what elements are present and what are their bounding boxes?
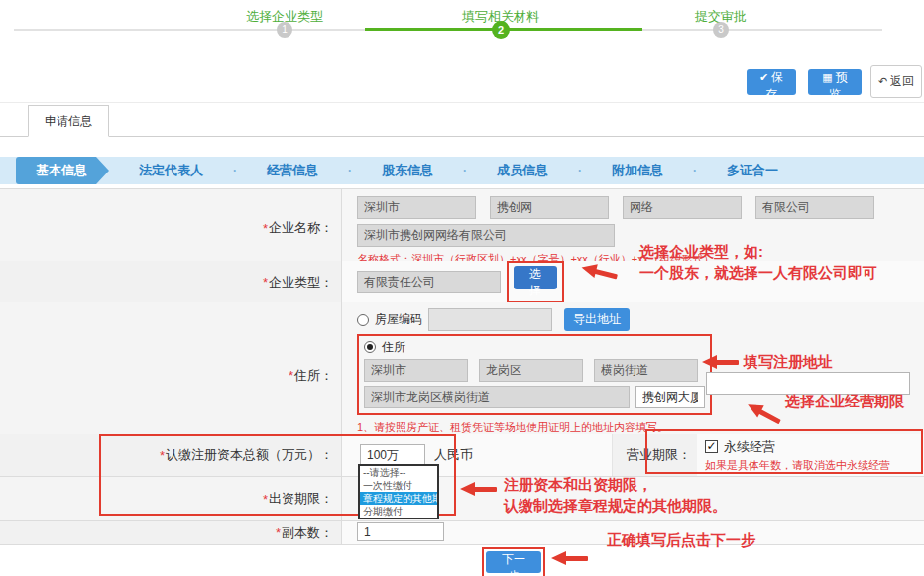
house-code-radio-label: 房屋编码 — [375, 311, 422, 328]
row-copies: * 副本数： — [0, 521, 924, 545]
annotation-company-type-1: 选择企业类型，如: — [639, 243, 763, 262]
address-label: * 住所： — [0, 302, 342, 448]
annotation-address: 填写注册地址 — [744, 353, 833, 372]
dropdown-option-per-charter-selected[interactable]: 章程规定的其他期限 — [360, 492, 437, 505]
nav-separator: · — [578, 164, 582, 177]
residence-radio-label: 住所 — [382, 339, 405, 356]
tab-strip: 申请信息 — [0, 104, 924, 137]
row-capital-term: * 认缴注册资本总额（万元）： 人民币 营业期限： ✓ 永续经营 如果是具体年数 — [0, 434, 924, 477]
row-company-name: * 企业名称： 名称格式：深圳市（行政区划）+xx（字号）+xx（行业）+xx（… — [0, 189, 924, 261]
name-part-industry-input[interactable] — [623, 196, 742, 219]
nav-separator: · — [463, 164, 467, 177]
house-code-radio[interactable] — [357, 314, 369, 326]
nav-item-basic-info[interactable]: 基本信息 — [16, 157, 109, 184]
business-registration-page: 选择企业类型 填写相关材料 提交审批 1 2 3 ✔保存 ▦预览 ↶返回 申请信… — [0, 0, 924, 576]
nav-separator: · — [348, 164, 352, 177]
copies-input[interactable] — [357, 522, 444, 541]
return-arrow-icon: ↶ — [878, 75, 887, 87]
contribution-deadline-label: * 出资期限： — [0, 477, 342, 520]
grid-icon: ▦ — [822, 71, 832, 83]
nav-item-business-info[interactable]: 经营信息 — [267, 162, 318, 179]
full-company-name-input[interactable] — [357, 224, 615, 247]
highlight-box-address: 住所 — [357, 334, 712, 415]
address-fields: 房屋编码 导出地址 住所 — [342, 302, 924, 448]
registered-capital-label: * 认缴注册资本总额（万元）： — [0, 434, 342, 476]
export-address-button[interactable]: 导出地址 — [564, 308, 630, 331]
red-arrow-next — [551, 551, 588, 565]
house-code-input[interactable] — [428, 308, 552, 331]
step-circle-2-active: 2 — [492, 21, 510, 39]
required-mark: * — [263, 221, 268, 236]
next-step-button[interactable]: 下一步 — [486, 551, 541, 573]
annotation-capital-2: 认缴制选择章程规定的其他期限。 — [504, 497, 727, 516]
address-combined-input[interactable] — [364, 386, 630, 408]
copies-label: * 副本数： — [0, 521, 342, 544]
dropdown-option-lump-sum[interactable]: 一次性缴付 — [360, 479, 437, 492]
step-circle-1: 1 — [277, 22, 292, 38]
dropdown-option-installments[interactable]: 分期缴付 — [360, 505, 437, 518]
address-city-input[interactable] — [364, 359, 468, 382]
address-detail-input[interactable] — [635, 386, 705, 408]
highlight-box-select-button: 选择 — [507, 261, 564, 303]
company-type-label: * 企业类型： — [0, 261, 342, 303]
address-district-input[interactable] — [479, 359, 583, 382]
business-term-cell: ✓ 永续经营 如果是具体年数，请取消选中永续经营 — [697, 434, 924, 476]
nav-item-legal-representative[interactable]: 法定代表人 — [139, 162, 203, 179]
annotation-capital-1: 注册资本和出资期限， — [504, 476, 652, 495]
address-street-input[interactable] — [594, 359, 698, 382]
name-part-brand-input[interactable] — [490, 196, 609, 219]
dropdown-option-placeholder[interactable]: --请选择-- — [360, 466, 437, 479]
red-arrow-address — [702, 355, 739, 369]
company-name-fields: 名称格式：深圳市（行政区划）+xx（字号）+xx（行业）+xx（组织形式） — [342, 189, 924, 267]
address-extra-input[interactable] — [706, 372, 910, 395]
business-term-note: 如果是具体年数，请取消选中永续经营 — [705, 458, 924, 473]
back-button[interactable]: ↶返回 — [870, 65, 922, 98]
red-arrow-capital — [460, 482, 497, 496]
section-nav: 基本信息 法定代表人 · 经营信息 · 股东信息 · 成员信息 · 附加信息 ·… — [0, 157, 924, 184]
select-type-button[interactable]: 选择 — [514, 266, 557, 289]
save-button[interactable]: ✔保存 — [747, 69, 796, 95]
annotation-business-term: 选择企业经营期限 — [785, 393, 904, 411]
name-part-orgform-input[interactable] — [755, 196, 874, 219]
preview-button[interactable]: ▦预览 — [808, 69, 862, 95]
address-note-1: 1、请按照房产证、租赁凭证等场地使用证明上的地址内容填写。 — [357, 420, 924, 434]
nav-item-shareholder-info[interactable]: 股东信息 — [382, 162, 433, 179]
residence-radio-checked[interactable] — [364, 341, 376, 353]
currency-label: 人民币 — [434, 446, 473, 464]
annotation-next-step: 正确填写后点击下一步 — [607, 531, 755, 550]
highlight-box-next-button: 下一步 — [482, 547, 545, 576]
business-term-label: 营业期限： — [613, 434, 697, 476]
annotation-company-type-2: 一个股东，就选择一人有限公司即可 — [639, 264, 877, 283]
tab-application-info[interactable]: 申请信息 — [28, 105, 109, 137]
company-name-label: * 企业名称： — [0, 189, 342, 267]
nav-item-additional-info[interactable]: 附加信息 — [612, 162, 663, 179]
check-icon: ✔ — [759, 71, 768, 83]
perpetual-operation-checkbox-checked[interactable]: ✓ — [705, 440, 718, 453]
company-type-input[interactable] — [357, 271, 501, 293]
nav-item-member-info[interactable]: 成员信息 — [497, 162, 548, 179]
nav-item-multi-license[interactable]: 多证合一 — [727, 162, 778, 179]
step-circle-3: 3 — [713, 22, 729, 38]
nav-separator: · — [233, 164, 237, 177]
name-part-city-input[interactable] — [357, 196, 476, 219]
contribution-deadline-dropdown: --请选择-- 一次性缴付 章程规定的其他期限 分期缴付 — [358, 464, 439, 519]
perpetual-operation-label: 永续经营 — [724, 438, 775, 456]
nav-separator: · — [693, 164, 697, 177]
